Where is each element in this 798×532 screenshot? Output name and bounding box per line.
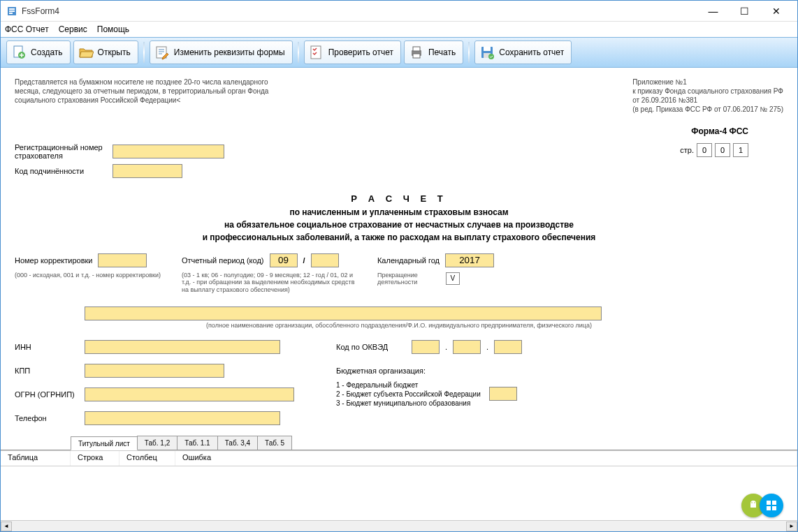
period-b-input[interactable]: [311, 253, 339, 267]
corr-num-label: Номер корректировки: [15, 256, 92, 265]
toolbar-divider: [143, 42, 145, 63]
edit-icon: [154, 45, 170, 60]
errors-col-row[interactable]: Строка: [71, 451, 119, 466]
inn-label: ИНН: [15, 343, 85, 351]
svg-rect-3: [9, 13, 13, 14]
svg-rect-18: [772, 501, 776, 505]
kpp-label: КПП: [15, 367, 85, 375]
header-notes: Представляется на бумажном носителе не п…: [15, 77, 783, 114]
errors-panel: Таблица Строка Столбец Ошибка: [1, 450, 797, 520]
menu-help[interactable]: Помощь: [97, 24, 129, 34]
scroll-right-arrow[interactable]: ►: [786, 522, 797, 531]
sub-code-label: Код подчинённости: [15, 167, 113, 175]
print-label: Печать: [428, 47, 456, 57]
okved-3-input[interactable]: [494, 340, 522, 354]
toolbar-divider: [298, 42, 299, 63]
close-button[interactable]: ✕: [760, 1, 792, 21]
tab-1-2[interactable]: Таб. 1,2: [137, 436, 177, 450]
reg-num-input[interactable]: [113, 145, 224, 158]
ogrn-label: ОГРН (ОГРНИП): [15, 390, 85, 399]
corr-num-input[interactable]: [98, 253, 147, 267]
year-input[interactable]: [445, 253, 494, 267]
okved-1-input[interactable]: [412, 340, 440, 354]
open-button[interactable]: Открыть: [73, 40, 138, 64]
budget-items: 1 - Федеральный бюджет 2 - Бюджет субъек…: [336, 380, 481, 408]
errors-col-table[interactable]: Таблица: [1, 451, 71, 466]
new-file-icon: [11, 45, 27, 60]
check-button[interactable]: Проверить отчет: [304, 40, 401, 64]
printer-icon: [409, 45, 424, 60]
menubar: ФСС Отчет Сервис Помощь: [1, 22, 797, 37]
maximize-button[interactable]: ☐: [729, 1, 760, 21]
fullname-hint: (полное наименование организации, обособ…: [15, 322, 783, 329]
svg-point-14: [488, 54, 494, 59]
app-icon: [6, 6, 17, 17]
tab-title-sheet[interactable]: Титульный лист: [71, 436, 138, 450]
toolbar-divider: [468, 42, 470, 63]
budget-input[interactable]: [489, 387, 517, 401]
menu-report[interactable]: ФСС Отчет: [5, 24, 49, 34]
titlebar: FssForm4 — ☐ ✕: [1, 1, 797, 22]
period-row: Номер корректировки (000 - исходная, 001…: [15, 253, 783, 294]
errors-col-col[interactable]: Столбец: [119, 451, 175, 466]
svg-rect-10: [413, 54, 420, 58]
kpp-input[interactable]: [85, 364, 224, 378]
page-cell-3: 1: [733, 143, 748, 157]
tab-5[interactable]: Таб. 5: [257, 436, 292, 450]
checklist-icon: [309, 45, 324, 60]
phone-input[interactable]: [85, 411, 280, 425]
period-hint: (03 - 1 кв; 06 - полугодие; 09 - 9 месяц…: [182, 272, 356, 294]
svg-point-15: [751, 502, 753, 503]
tab-1-1[interactable]: Таб. 1.1: [177, 436, 217, 450]
save-label: Сохранить отчет: [499, 47, 564, 57]
svg-rect-20: [772, 506, 776, 510]
minimize-button[interactable]: —: [697, 1, 729, 21]
page-number: стр. 0 0 1: [680, 143, 748, 157]
sheet-tabs: Титульный лист Таб. 1,2 Таб. 1.1 Таб. 3,…: [1, 435, 797, 450]
sub-code-input[interactable]: [113, 164, 182, 178]
year-label: Календарный год: [377, 256, 440, 265]
errors-col-error[interactable]: Ошибка: [175, 451, 797, 466]
tab-3-4[interactable]: Таб. 3,4: [217, 436, 258, 450]
edit-props-label: Изменить реквизиты формы: [174, 47, 285, 57]
svg-rect-1: [9, 8, 15, 10]
edit-props-button[interactable]: Изменить реквизиты формы: [150, 40, 293, 64]
phone-label: Телефон: [15, 414, 85, 422]
svg-rect-2: [9, 10, 15, 12]
create-label: Создать: [31, 47, 63, 57]
os-logos: [741, 494, 783, 517]
svg-point-16: [754, 502, 755, 503]
stop-label: Прекращение деятельности: [377, 272, 440, 287]
svg-rect-12: [484, 47, 491, 51]
svg-rect-9: [413, 47, 420, 51]
budget-label: Бюджетная организация:: [336, 367, 522, 375]
save-button[interactable]: Сохранить отчет: [474, 40, 572, 64]
titlebar-title: FssForm4: [22, 6, 697, 16]
period-a-input[interactable]: [270, 253, 298, 267]
horizontal-scrollbar[interactable]: ◄ ►: [1, 520, 797, 531]
folder-open-icon: [78, 45, 94, 60]
errors-header: Таблица Строка Столбец Ошибка: [1, 451, 797, 466]
okved-2-input[interactable]: [453, 340, 481, 354]
ogrn-input[interactable]: [85, 387, 294, 401]
page-cell-1: 0: [697, 143, 712, 157]
open-label: Открыть: [98, 47, 131, 57]
menu-service[interactable]: Сервис: [59, 24, 87, 34]
note-left: Представляется на бумажном носителе не п…: [15, 77, 294, 114]
print-button[interactable]: Печать: [404, 40, 463, 64]
check-label: Проверить отчет: [328, 47, 393, 57]
content-area: Представляется на бумажном носителе не п…: [1, 68, 797, 531]
svg-rect-17: [767, 501, 771, 505]
corr-hint: (000 - исходная, 001 и т.д. - номер корр…: [15, 272, 161, 279]
form-badge: Форма-4 ФСС: [15, 126, 783, 136]
app-window: FssForm4 — ☐ ✕ ФСС Отчет Сервис Помощь С…: [0, 0, 798, 532]
fullname-input[interactable]: [85, 306, 602, 320]
save-icon: [479, 45, 495, 60]
page-label: стр.: [680, 146, 694, 154]
toolbar: Создать Открыть Изменить реквизиты формы…: [1, 37, 797, 68]
inn-input[interactable]: [85, 340, 280, 354]
stop-flag-box[interactable]: V: [446, 272, 460, 285]
scroll-left-arrow[interactable]: ◄: [1, 522, 12, 531]
okved-label: Код по ОКВЭД: [336, 343, 406, 351]
create-button[interactable]: Создать: [6, 40, 71, 64]
